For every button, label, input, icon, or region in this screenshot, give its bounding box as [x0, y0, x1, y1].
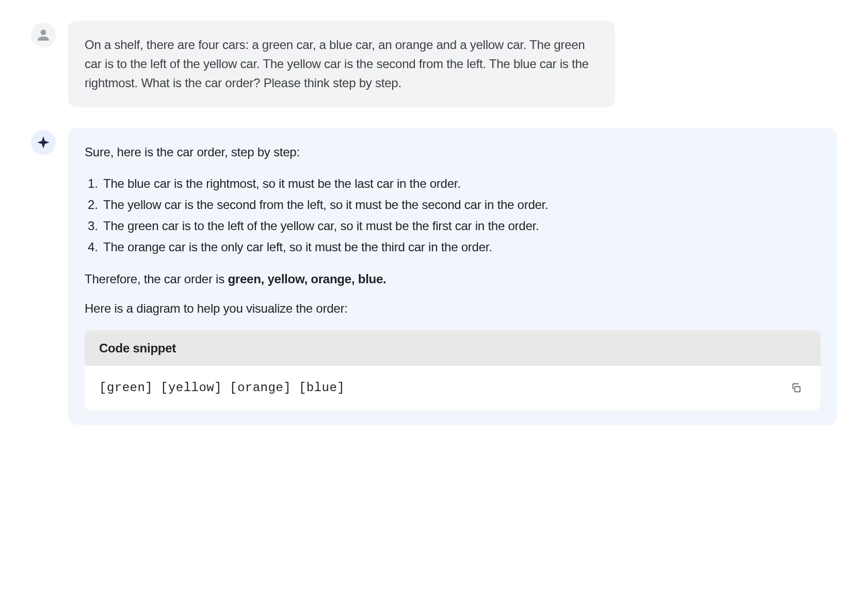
bard-avatar-icon	[31, 130, 56, 155]
conclusion-bold: green, yellow, orange, blue.	[228, 272, 386, 286]
assistant-message-row: Sure, here is the car order, step by ste…	[31, 128, 837, 425]
copy-icon	[791, 382, 802, 394]
assistant-steps-list: The blue car is the rightmost, so it mus…	[101, 174, 821, 257]
user-message-row: On a shelf, there are four cars: a green…	[31, 21, 837, 107]
code-snippet-body: [green] [yellow] [orange] [blue]	[85, 366, 821, 410]
user-message-text: On a shelf, there are four cars: a green…	[85, 38, 589, 90]
list-item: The blue car is the rightmost, so it mus…	[101, 174, 821, 193]
user-message-bubble: On a shelf, there are four cars: a green…	[68, 21, 615, 107]
code-snippet-block: Code snippet [green] [yellow] [orange] […	[85, 330, 821, 410]
list-item: The orange car is the only car left, so …	[101, 237, 821, 256]
copy-button[interactable]	[786, 378, 806, 398]
svg-rect-0	[795, 386, 800, 392]
list-item: The green car is to the left of the yell…	[101, 216, 821, 235]
assistant-conclusion: Therefore, the car order is green, yello…	[85, 269, 821, 288]
assistant-intro: Sure, here is the car order, step by ste…	[85, 142, 821, 162]
code-snippet-header: Code snippet	[85, 330, 821, 366]
assistant-message-bubble: Sure, here is the car order, step by ste…	[68, 128, 837, 425]
user-avatar-icon	[31, 23, 56, 47]
list-item: The yellow car is the second from the le…	[101, 195, 821, 214]
conclusion-prefix: Therefore, the car order is	[85, 272, 228, 286]
assistant-diagram-text: Here is a diagram to help you visualize …	[85, 299, 821, 318]
code-content: [green] [yellow] [orange] [blue]	[99, 378, 345, 397]
